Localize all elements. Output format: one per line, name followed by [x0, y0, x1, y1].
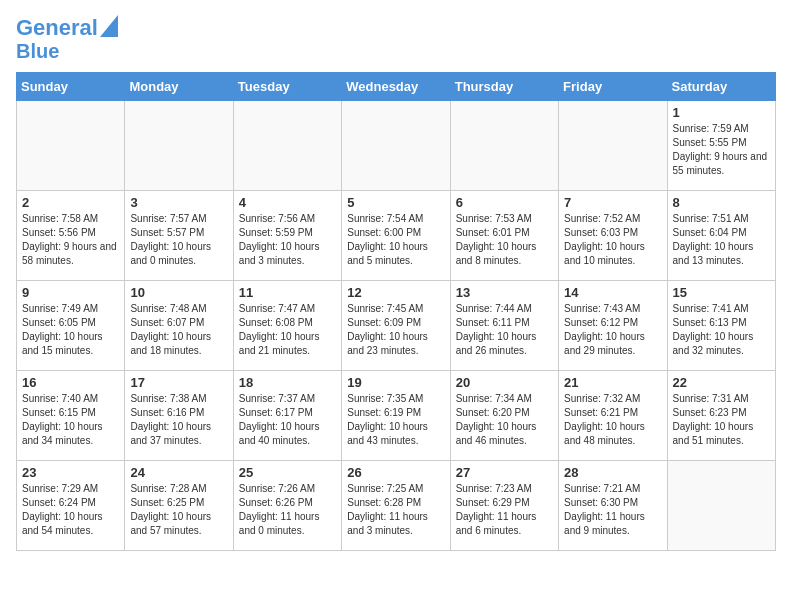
calendar-cell: 22Sunrise: 7:31 AM Sunset: 6:23 PM Dayli…	[667, 371, 775, 461]
logo-icon	[100, 15, 118, 37]
day-info: Sunrise: 7:31 AM Sunset: 6:23 PM Dayligh…	[673, 392, 770, 448]
day-info: Sunrise: 7:52 AM Sunset: 6:03 PM Dayligh…	[564, 212, 661, 268]
day-number: 7	[564, 195, 661, 210]
day-number: 3	[130, 195, 227, 210]
calendar-cell: 19Sunrise: 7:35 AM Sunset: 6:19 PM Dayli…	[342, 371, 450, 461]
day-info: Sunrise: 7:57 AM Sunset: 5:57 PM Dayligh…	[130, 212, 227, 268]
calendar-table: SundayMondayTuesdayWednesdayThursdayFrid…	[16, 72, 776, 551]
day-number: 16	[22, 375, 119, 390]
calendar-cell	[233, 101, 341, 191]
day-number: 23	[22, 465, 119, 480]
day-number: 5	[347, 195, 444, 210]
calendar-cell	[667, 461, 775, 551]
day-info: Sunrise: 7:25 AM Sunset: 6:28 PM Dayligh…	[347, 482, 444, 538]
day-number: 9	[22, 285, 119, 300]
calendar-cell: 25Sunrise: 7:26 AM Sunset: 6:26 PM Dayli…	[233, 461, 341, 551]
calendar-cell: 17Sunrise: 7:38 AM Sunset: 6:16 PM Dayli…	[125, 371, 233, 461]
calendar-cell	[125, 101, 233, 191]
calendar-cell	[559, 101, 667, 191]
calendar-cell: 20Sunrise: 7:34 AM Sunset: 6:20 PM Dayli…	[450, 371, 558, 461]
calendar-week-row: 9Sunrise: 7:49 AM Sunset: 6:05 PM Daylig…	[17, 281, 776, 371]
day-info: Sunrise: 7:21 AM Sunset: 6:30 PM Dayligh…	[564, 482, 661, 538]
day-info: Sunrise: 7:37 AM Sunset: 6:17 PM Dayligh…	[239, 392, 336, 448]
day-number: 2	[22, 195, 119, 210]
calendar-cell: 7Sunrise: 7:52 AM Sunset: 6:03 PM Daylig…	[559, 191, 667, 281]
calendar-cell: 2Sunrise: 7:58 AM Sunset: 5:56 PM Daylig…	[17, 191, 125, 281]
calendar-week-row: 16Sunrise: 7:40 AM Sunset: 6:15 PM Dayli…	[17, 371, 776, 461]
calendar-header-row: SundayMondayTuesdayWednesdayThursdayFrid…	[17, 73, 776, 101]
calendar-cell: 3Sunrise: 7:57 AM Sunset: 5:57 PM Daylig…	[125, 191, 233, 281]
day-info: Sunrise: 7:51 AM Sunset: 6:04 PM Dayligh…	[673, 212, 770, 268]
calendar-cell: 26Sunrise: 7:25 AM Sunset: 6:28 PM Dayli…	[342, 461, 450, 551]
day-info: Sunrise: 7:53 AM Sunset: 6:01 PM Dayligh…	[456, 212, 553, 268]
day-number: 14	[564, 285, 661, 300]
calendar-cell: 5Sunrise: 7:54 AM Sunset: 6:00 PM Daylig…	[342, 191, 450, 281]
day-info: Sunrise: 7:34 AM Sunset: 6:20 PM Dayligh…	[456, 392, 553, 448]
calendar-cell: 8Sunrise: 7:51 AM Sunset: 6:04 PM Daylig…	[667, 191, 775, 281]
day-info: Sunrise: 7:29 AM Sunset: 6:24 PM Dayligh…	[22, 482, 119, 538]
day-number: 28	[564, 465, 661, 480]
day-number: 21	[564, 375, 661, 390]
calendar-cell: 14Sunrise: 7:43 AM Sunset: 6:12 PM Dayli…	[559, 281, 667, 371]
calendar-cell: 15Sunrise: 7:41 AM Sunset: 6:13 PM Dayli…	[667, 281, 775, 371]
col-header-saturday: Saturday	[667, 73, 775, 101]
day-number: 19	[347, 375, 444, 390]
day-number: 27	[456, 465, 553, 480]
day-info: Sunrise: 7:43 AM Sunset: 6:12 PM Dayligh…	[564, 302, 661, 358]
calendar-week-row: 23Sunrise: 7:29 AM Sunset: 6:24 PM Dayli…	[17, 461, 776, 551]
calendar-cell: 21Sunrise: 7:32 AM Sunset: 6:21 PM Dayli…	[559, 371, 667, 461]
day-number: 17	[130, 375, 227, 390]
logo-general: General	[16, 16, 98, 40]
col-header-monday: Monday	[125, 73, 233, 101]
day-info: Sunrise: 7:35 AM Sunset: 6:19 PM Dayligh…	[347, 392, 444, 448]
day-number: 10	[130, 285, 227, 300]
day-number: 15	[673, 285, 770, 300]
day-number: 13	[456, 285, 553, 300]
day-info: Sunrise: 7:41 AM Sunset: 6:13 PM Dayligh…	[673, 302, 770, 358]
col-header-wednesday: Wednesday	[342, 73, 450, 101]
calendar-cell: 13Sunrise: 7:44 AM Sunset: 6:11 PM Dayli…	[450, 281, 558, 371]
col-header-sunday: Sunday	[17, 73, 125, 101]
calendar-cell	[342, 101, 450, 191]
day-info: Sunrise: 7:40 AM Sunset: 6:15 PM Dayligh…	[22, 392, 119, 448]
calendar-cell: 23Sunrise: 7:29 AM Sunset: 6:24 PM Dayli…	[17, 461, 125, 551]
calendar-cell: 24Sunrise: 7:28 AM Sunset: 6:25 PM Dayli…	[125, 461, 233, 551]
day-number: 22	[673, 375, 770, 390]
day-info: Sunrise: 7:28 AM Sunset: 6:25 PM Dayligh…	[130, 482, 227, 538]
calendar-cell: 12Sunrise: 7:45 AM Sunset: 6:09 PM Dayli…	[342, 281, 450, 371]
svg-marker-0	[100, 15, 118, 37]
calendar-cell: 10Sunrise: 7:48 AM Sunset: 6:07 PM Dayli…	[125, 281, 233, 371]
calendar-cell: 9Sunrise: 7:49 AM Sunset: 6:05 PM Daylig…	[17, 281, 125, 371]
day-info: Sunrise: 7:54 AM Sunset: 6:00 PM Dayligh…	[347, 212, 444, 268]
day-number: 25	[239, 465, 336, 480]
col-header-tuesday: Tuesday	[233, 73, 341, 101]
day-info: Sunrise: 7:48 AM Sunset: 6:07 PM Dayligh…	[130, 302, 227, 358]
day-number: 20	[456, 375, 553, 390]
col-header-thursday: Thursday	[450, 73, 558, 101]
day-info: Sunrise: 7:49 AM Sunset: 6:05 PM Dayligh…	[22, 302, 119, 358]
calendar-cell: 27Sunrise: 7:23 AM Sunset: 6:29 PM Dayli…	[450, 461, 558, 551]
logo-blue: Blue	[16, 40, 59, 62]
day-info: Sunrise: 7:32 AM Sunset: 6:21 PM Dayligh…	[564, 392, 661, 448]
calendar-cell	[17, 101, 125, 191]
day-number: 11	[239, 285, 336, 300]
day-number: 26	[347, 465, 444, 480]
day-info: Sunrise: 7:44 AM Sunset: 6:11 PM Dayligh…	[456, 302, 553, 358]
calendar-cell	[450, 101, 558, 191]
day-number: 18	[239, 375, 336, 390]
day-info: Sunrise: 7:38 AM Sunset: 6:16 PM Dayligh…	[130, 392, 227, 448]
day-number: 8	[673, 195, 770, 210]
day-info: Sunrise: 7:26 AM Sunset: 6:26 PM Dayligh…	[239, 482, 336, 538]
day-info: Sunrise: 7:58 AM Sunset: 5:56 PM Dayligh…	[22, 212, 119, 268]
logo: General Blue	[16, 16, 118, 62]
day-info: Sunrise: 7:59 AM Sunset: 5:55 PM Dayligh…	[673, 122, 770, 178]
page-header: General Blue	[16, 16, 776, 62]
calendar-cell: 16Sunrise: 7:40 AM Sunset: 6:15 PM Dayli…	[17, 371, 125, 461]
calendar-cell: 28Sunrise: 7:21 AM Sunset: 6:30 PM Dayli…	[559, 461, 667, 551]
day-info: Sunrise: 7:56 AM Sunset: 5:59 PM Dayligh…	[239, 212, 336, 268]
day-number: 4	[239, 195, 336, 210]
day-number: 24	[130, 465, 227, 480]
calendar-week-row: 2Sunrise: 7:58 AM Sunset: 5:56 PM Daylig…	[17, 191, 776, 281]
calendar-cell: 11Sunrise: 7:47 AM Sunset: 6:08 PM Dayli…	[233, 281, 341, 371]
calendar-cell: 1Sunrise: 7:59 AM Sunset: 5:55 PM Daylig…	[667, 101, 775, 191]
